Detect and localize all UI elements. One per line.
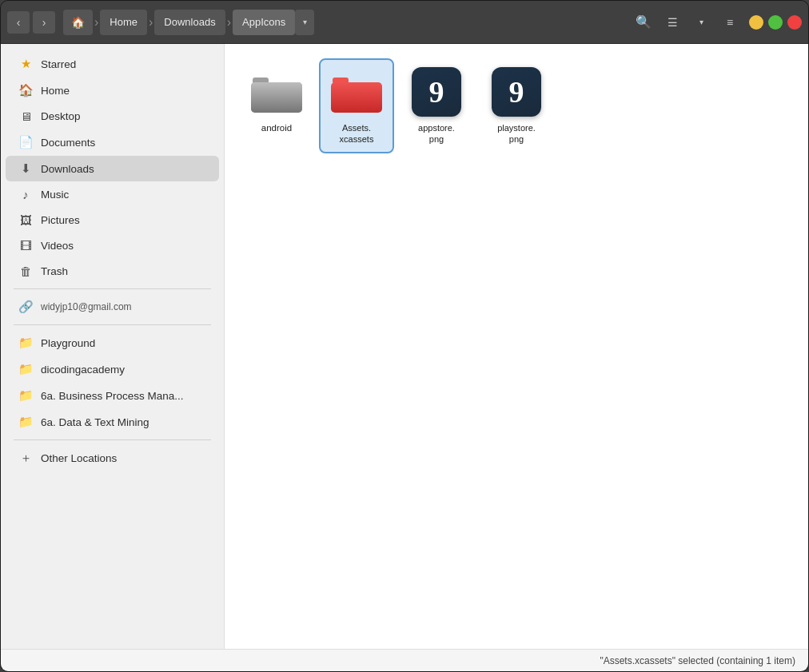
sidebar-item-datamining[interactable]: 📁 6a. Data & Text Mining — [6, 409, 219, 435]
view-toggle-icon: ▾ — [699, 18, 703, 26]
plus-icon: ＋ — [18, 451, 33, 466]
window-controls: − □ ✕ — [749, 15, 802, 30]
pictures-icon: 🖼 — [18, 213, 33, 227]
android-folder-icon — [251, 66, 302, 117]
home-breadcrumb-button[interactable]: 🏠 — [63, 10, 93, 35]
status-message: "Assets.xcassets" selected (containing 1… — [600, 655, 795, 666]
playstore-filename: playstore.png — [497, 122, 536, 145]
star-icon: ★ — [18, 57, 33, 71]
playstore-icon: 9 — [491, 66, 542, 117]
sidebar-item-trash[interactable]: 🗑 Trash — [6, 259, 219, 284]
file-item-playstore[interactable]: 9 playstore.png — [480, 60, 552, 152]
videos-icon: 🎞 — [18, 239, 33, 252]
assets-filename: Assets.xcassets — [340, 122, 374, 145]
sidebar-section-network: 🔗 widyjp10@gmail.com — [1, 294, 224, 320]
sidebar-item-dicodingacademy[interactable]: 📁 dicodingacademy — [6, 356, 219, 382]
breadcrumb-appicons-label[interactable]: AppIcons — [233, 10, 295, 35]
sidebar: ★ Starred 🏠 Home 🖥 Desktop 📄 Documents ⬇ — [1, 44, 225, 649]
breadcrumb: 🏠 › Home › Downloads › AppIcons ▾ — [63, 10, 314, 35]
search-button[interactable]: 🔍 — [631, 10, 656, 35]
sidebar-item-starred[interactable]: ★ Starred — [6, 51, 219, 77]
view-list-button[interactable]: ☰ — [660, 10, 685, 35]
close-button[interactable]: ✕ — [787, 15, 802, 30]
maximize-button[interactable]: □ — [768, 15, 783, 30]
sidebar-item-desktop[interactable]: 🖥 Desktop — [6, 104, 219, 129]
breadcrumb-separator-3: › — [227, 15, 231, 30]
divider-2 — [14, 324, 211, 325]
breadcrumb-separator-2: › — [149, 15, 153, 30]
svg-rect-4 — [331, 82, 382, 113]
view-toggle-button[interactable]: ▾ — [688, 10, 714, 35]
divider-3 — [14, 439, 211, 440]
statusbar: "Assets.xcassets" selected (containing 1… — [1, 649, 808, 671]
music-icon: ♪ — [18, 188, 33, 201]
breadcrumb-downloads-label[interactable]: Downloads — [154, 10, 225, 35]
folder-icon-datamining: 📁 — [18, 415, 33, 429]
back-button[interactable]: ‹ — [7, 11, 30, 34]
file-item-assets[interactable]: Assets.xcassets — [321, 60, 393, 152]
menu-icon: ≡ — [727, 16, 733, 29]
trash-icon: 🗑 — [18, 264, 33, 278]
breadcrumb-separator-1: › — [94, 15, 98, 30]
appstore-filename: appstore.png — [418, 122, 455, 145]
svg-rect-2 — [251, 82, 302, 113]
downloads-icon: ⬇ — [18, 161, 33, 176]
sidebar-item-downloads[interactable]: ⬇ Downloads — [6, 156, 219, 181]
home-icon: 🏠 — [71, 16, 85, 29]
sidebar-section-other: ＋ Other Locations — [1, 445, 224, 471]
search-icon: 🔍 — [636, 14, 652, 30]
sidebar-item-network[interactable]: 🔗 widyjp10@gmail.com — [6, 294, 219, 320]
appstore-icon: 9 — [411, 66, 462, 117]
sidebar-item-business[interactable]: 📁 6a. Business Process Mana... — [6, 383, 219, 408]
files-grid: android — [241, 60, 792, 633]
android-filename: android — [261, 122, 292, 134]
toolbar-right: 🔍 ☰ ▾ ≡ — [631, 10, 743, 35]
home-icon: 🏠 — [18, 83, 33, 97]
content-area: ★ Starred 🏠 Home 🖥 Desktop 📄 Documents ⬇ — [1, 44, 808, 649]
titlebar: ‹ › 🏠 › Home › Downloads › AppIcons ▾ — [1, 1, 808, 44]
sidebar-item-playground[interactable]: 📁 Playground — [6, 330, 219, 356]
breadcrumb-home-label[interactable]: Home — [100, 10, 147, 35]
file-area: android — [225, 44, 808, 649]
divider-1 — [14, 288, 211, 289]
minimize-button[interactable]: − — [749, 15, 763, 30]
breadcrumb-dropdown-button[interactable]: ▾ — [295, 10, 314, 35]
network-icon: 🔗 — [18, 300, 33, 314]
sidebar-item-videos[interactable]: 🎞 Videos — [6, 233, 219, 258]
assets-folder-icon — [331, 66, 382, 117]
sidebar-item-pictures[interactable]: 🖼 Pictures — [6, 208, 219, 233]
file-item-android[interactable]: android — [241, 60, 313, 152]
sidebar-item-documents[interactable]: 📄 Documents — [6, 129, 219, 155]
folder-icon-business: 📁 — [18, 388, 33, 403]
sidebar-section-locations: 📁 Playground 📁 dicodingacademy 📁 6a. Bus… — [1, 330, 224, 435]
desktop-icon: 🖥 — [18, 109, 33, 123]
sidebar-section-bookmarks: ★ Starred 🏠 Home 🖥 Desktop 📄 Documents ⬇ — [1, 51, 224, 284]
menu-button[interactable]: ≡ — [717, 10, 743, 35]
view-list-icon: ☰ — [668, 16, 678, 29]
sidebar-item-home[interactable]: 🏠 Home — [6, 78, 219, 103]
sidebar-item-music[interactable]: ♪ Music — [6, 182, 219, 207]
documents-icon: 📄 — [18, 135, 33, 149]
sidebar-item-otherlocations[interactable]: ＋ Other Locations — [6, 445, 219, 471]
folder-icon-dicodingacademy: 📁 — [18, 362, 33, 376]
file-item-appstore[interactable]: 9 appstore.png — [401, 60, 472, 152]
folder-icon-playground: 📁 — [18, 336, 33, 350]
forward-button[interactable]: › — [33, 11, 55, 34]
